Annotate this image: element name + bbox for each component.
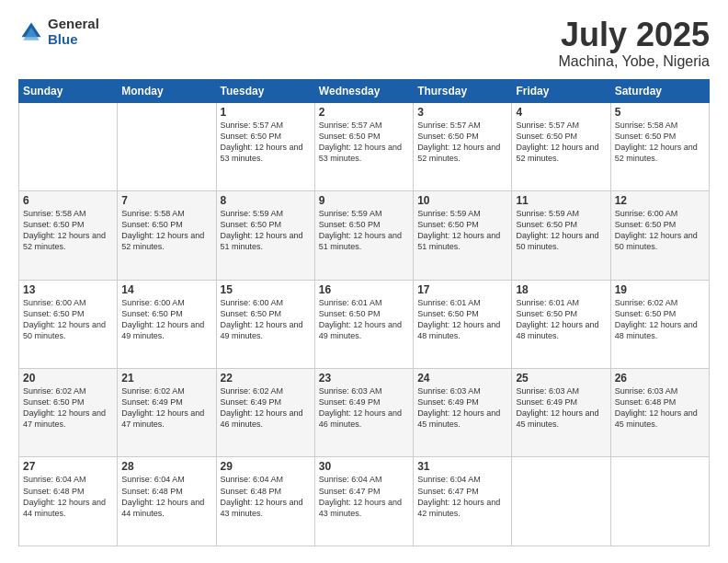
day-number: 30 — [319, 460, 409, 473]
calendar-cell: 19Sunrise: 6:02 AMSunset: 6:50 PMDayligh… — [610, 280, 709, 368]
day-number: 14 — [121, 283, 211, 296]
calendar-cell: 23Sunrise: 6:03 AMSunset: 6:49 PMDayligh… — [314, 369, 413, 457]
calendar-cell: 14Sunrise: 6:00 AMSunset: 6:50 PMDayligh… — [118, 280, 216, 368]
day-info: Sunrise: 6:04 AMSunset: 6:48 PMDaylight:… — [221, 474, 311, 519]
calendar-cell: 12Sunrise: 6:00 AMSunset: 6:50 PMDayligh… — [610, 191, 709, 280]
day-number: 5 — [615, 106, 705, 119]
calendar-cell: 28Sunrise: 6:04 AMSunset: 6:48 PMDayligh… — [118, 457, 216, 546]
day-number: 28 — [121, 460, 211, 473]
day-info: Sunrise: 6:04 AMSunset: 6:47 PMDaylight:… — [319, 474, 409, 519]
calendar-cell — [19, 102, 118, 190]
day-info: Sunrise: 6:04 AMSunset: 6:48 PMDaylight:… — [23, 474, 113, 519]
calendar-header-wednesday: Wednesday — [314, 79, 413, 102]
day-info: Sunrise: 5:58 AMSunset: 6:50 PMDaylight:… — [615, 120, 705, 165]
logo: General Blue — [18, 17, 99, 47]
calendar-header-saturday: Saturday — [610, 79, 709, 102]
day-info: Sunrise: 5:59 AMSunset: 6:50 PMDaylight:… — [319, 208, 409, 253]
calendar-cell: 3Sunrise: 5:57 AMSunset: 6:50 PMDaylight… — [414, 102, 512, 190]
calendar-cell — [512, 457, 610, 546]
calendar-cell: 8Sunrise: 5:59 AMSunset: 6:50 PMDaylight… — [216, 191, 314, 280]
calendar-cell: 6Sunrise: 5:58 AMSunset: 6:50 PMDaylight… — [19, 191, 118, 280]
day-info: Sunrise: 6:03 AMSunset: 6:49 PMDaylight:… — [417, 385, 507, 431]
calendar-week-1: 1Sunrise: 5:57 AMSunset: 6:50 PMDaylight… — [19, 102, 710, 190]
day-number: 2 — [319, 106, 409, 119]
day-info: Sunrise: 5:58 AMSunset: 6:50 PMDaylight:… — [121, 208, 211, 253]
calendar-cell: 10Sunrise: 5:59 AMSunset: 6:50 PMDayligh… — [414, 191, 512, 280]
calendar-cell: 26Sunrise: 6:03 AMSunset: 6:48 PMDayligh… — [610, 369, 709, 457]
calendar-header-thursday: Thursday — [414, 79, 512, 102]
calendar-cell: 15Sunrise: 6:00 AMSunset: 6:50 PMDayligh… — [216, 280, 314, 368]
day-info: Sunrise: 6:00 AMSunset: 6:50 PMDaylight:… — [615, 208, 705, 253]
main-title: July 2025 — [558, 17, 710, 53]
page: General Blue July 2025 Machina, Yobe, Ni… — [0, 0, 728, 563]
calendar-cell: 17Sunrise: 6:01 AMSunset: 6:50 PMDayligh… — [414, 280, 512, 368]
day-info: Sunrise: 6:01 AMSunset: 6:50 PMDaylight:… — [319, 297, 409, 342]
calendar-cell: 20Sunrise: 6:02 AMSunset: 6:50 PMDayligh… — [19, 369, 118, 457]
calendar-week-5: 27Sunrise: 6:04 AMSunset: 6:48 PMDayligh… — [19, 457, 710, 546]
day-info: Sunrise: 5:58 AMSunset: 6:50 PMDaylight:… — [23, 208, 113, 253]
calendar-header-monday: Monday — [118, 79, 216, 102]
day-info: Sunrise: 6:04 AMSunset: 6:47 PMDaylight:… — [417, 474, 507, 519]
day-info: Sunrise: 6:03 AMSunset: 6:49 PMDaylight:… — [319, 385, 409, 431]
day-info: Sunrise: 6:02 AMSunset: 6:50 PMDaylight:… — [23, 385, 113, 431]
calendar-cell: 18Sunrise: 6:01 AMSunset: 6:50 PMDayligh… — [512, 280, 610, 368]
day-info: Sunrise: 6:02 AMSunset: 6:49 PMDaylight:… — [121, 385, 211, 431]
subtitle: Machina, Yobe, Nigeria — [558, 53, 710, 70]
day-number: 23 — [319, 372, 409, 385]
day-info: Sunrise: 5:57 AMSunset: 6:50 PMDaylight:… — [221, 120, 311, 165]
day-number: 20 — [23, 372, 113, 385]
day-number: 4 — [516, 106, 606, 119]
day-info: Sunrise: 6:00 AMSunset: 6:50 PMDaylight:… — [121, 297, 211, 342]
day-number: 29 — [221, 460, 311, 473]
day-number: 17 — [417, 283, 507, 296]
day-info: Sunrise: 5:59 AMSunset: 6:50 PMDaylight:… — [417, 208, 507, 253]
day-number: 8 — [221, 194, 311, 207]
day-number: 31 — [417, 460, 507, 473]
logo-blue: Blue — [48, 32, 99, 48]
day-number: 26 — [615, 372, 705, 385]
day-number: 6 — [23, 194, 113, 207]
calendar-header-friday: Friday — [512, 79, 610, 102]
day-number: 21 — [121, 372, 211, 385]
calendar-cell: 29Sunrise: 6:04 AMSunset: 6:48 PMDayligh… — [216, 457, 314, 546]
day-info: Sunrise: 6:03 AMSunset: 6:48 PMDaylight:… — [615, 385, 705, 431]
day-info: Sunrise: 6:01 AMSunset: 6:50 PMDaylight:… — [417, 297, 507, 342]
day-info: Sunrise: 5:59 AMSunset: 6:50 PMDaylight:… — [516, 208, 606, 253]
calendar-cell: 5Sunrise: 5:58 AMSunset: 6:50 PMDaylight… — [610, 102, 709, 190]
day-info: Sunrise: 6:00 AMSunset: 6:50 PMDaylight:… — [221, 297, 311, 342]
logo-general: General — [48, 17, 99, 32]
day-number: 24 — [417, 372, 507, 385]
calendar-cell: 25Sunrise: 6:03 AMSunset: 6:49 PMDayligh… — [512, 369, 610, 457]
title-block: July 2025 Machina, Yobe, Nigeria — [558, 17, 710, 70]
day-info: Sunrise: 6:02 AMSunset: 6:50 PMDaylight:… — [615, 297, 705, 342]
day-number: 1 — [221, 106, 311, 119]
calendar-header-row: SundayMondayTuesdayWednesdayThursdayFrid… — [19, 79, 710, 102]
day-number: 16 — [319, 283, 409, 296]
calendar-cell: 4Sunrise: 5:57 AMSunset: 6:50 PMDaylight… — [512, 102, 610, 190]
day-number: 3 — [417, 106, 507, 119]
calendar-cell: 2Sunrise: 5:57 AMSunset: 6:50 PMDaylight… — [314, 102, 413, 190]
day-info: Sunrise: 6:02 AMSunset: 6:49 PMDaylight:… — [221, 385, 311, 431]
calendar-cell: 7Sunrise: 5:58 AMSunset: 6:50 PMDaylight… — [118, 191, 216, 280]
calendar-week-2: 6Sunrise: 5:58 AMSunset: 6:50 PMDaylight… — [19, 191, 710, 280]
calendar-cell: 22Sunrise: 6:02 AMSunset: 6:49 PMDayligh… — [216, 369, 314, 457]
day-info: Sunrise: 5:57 AMSunset: 6:50 PMDaylight:… — [417, 120, 507, 165]
day-number: 13 — [23, 283, 113, 296]
calendar-cell — [610, 457, 709, 546]
day-number: 15 — [221, 283, 311, 296]
day-info: Sunrise: 6:03 AMSunset: 6:49 PMDaylight:… — [516, 385, 606, 431]
calendar-cell: 27Sunrise: 6:04 AMSunset: 6:48 PMDayligh… — [19, 457, 118, 546]
calendar-cell — [118, 102, 216, 190]
calendar-cell: 9Sunrise: 5:59 AMSunset: 6:50 PMDaylight… — [314, 191, 413, 280]
day-number: 11 — [516, 194, 606, 207]
day-info: Sunrise: 5:59 AMSunset: 6:50 PMDaylight:… — [221, 208, 311, 253]
calendar-header-sunday: Sunday — [19, 79, 118, 102]
day-info: Sunrise: 6:04 AMSunset: 6:48 PMDaylight:… — [121, 474, 211, 519]
day-info: Sunrise: 5:57 AMSunset: 6:50 PMDaylight:… — [516, 120, 606, 165]
day-number: 25 — [516, 372, 606, 385]
day-number: 18 — [516, 283, 606, 296]
day-info: Sunrise: 5:57 AMSunset: 6:50 PMDaylight:… — [319, 120, 409, 165]
day-number: 10 — [417, 194, 507, 207]
calendar-week-3: 13Sunrise: 6:00 AMSunset: 6:50 PMDayligh… — [19, 280, 710, 368]
calendar-table: SundayMondayTuesdayWednesdayThursdayFrid… — [18, 79, 710, 546]
